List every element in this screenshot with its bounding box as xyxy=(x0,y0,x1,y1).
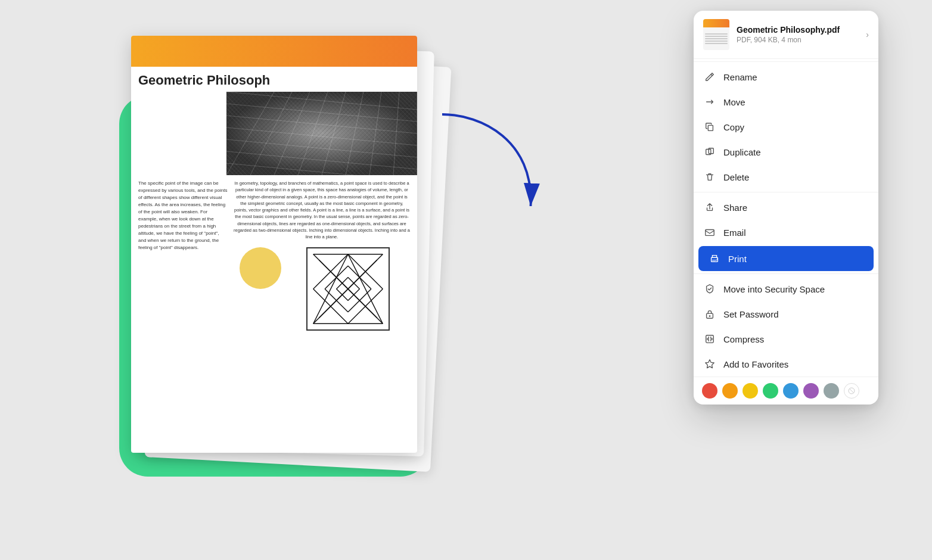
svg-line-49 xyxy=(849,388,854,393)
ctx-item-label-security: Move into Security Space xyxy=(723,284,869,294)
ctx-colors-row xyxy=(694,377,878,405)
ctx-item-label-favorites: Add to Favorites xyxy=(723,359,869,369)
share-icon xyxy=(703,201,716,214)
svg-line-5 xyxy=(322,92,346,175)
ctx-menu-item-email[interactable]: Email xyxy=(694,220,878,245)
ctx-menu-item-security[interactable]: Move into Security Space xyxy=(694,276,878,301)
star-icon xyxy=(703,357,716,371)
ctx-item-label-share: Share xyxy=(723,203,869,213)
doc-right-text: In geometry, topology, and branches of m… xyxy=(234,180,410,240)
svg-line-7 xyxy=(369,92,381,175)
svg-rect-43 xyxy=(712,257,718,262)
ctx-item-label-password: Set Password xyxy=(723,309,869,319)
ctx-thumb-line xyxy=(705,43,728,44)
ctx-item-label-duplicate: Duplicate xyxy=(723,147,869,157)
color-dot-yellow[interactable] xyxy=(743,383,758,399)
svg-line-16 xyxy=(226,163,417,175)
doc-left-column: The specific point of the image can be e… xyxy=(138,180,228,335)
svg-line-3 xyxy=(274,92,310,175)
ctx-file-thumbnail xyxy=(703,19,729,50)
svg-line-10 xyxy=(226,92,417,110)
ctx-thumb-line xyxy=(705,33,728,35)
ctx-divider-1 xyxy=(694,61,878,62)
ctx-item-label-delete: Delete xyxy=(723,172,869,182)
move-icon xyxy=(703,95,716,108)
doc-drawing-box xyxy=(306,247,390,331)
svg-line-14 xyxy=(226,139,417,157)
ctx-item-label-print: Print xyxy=(728,254,864,264)
document-stack: Geometric Philosoph xyxy=(119,24,512,500)
ctx-item-label-compress: Compress xyxy=(723,334,869,344)
color-dot-green[interactable] xyxy=(763,383,778,399)
color-dot-orange[interactable] xyxy=(722,383,738,399)
doc-yellow-circle xyxy=(240,247,281,289)
ctx-divider-2 xyxy=(694,192,878,192)
ctx-file-meta: PDF, 904 KB, 4 mon xyxy=(737,36,859,44)
ctx-divider-3 xyxy=(694,273,878,274)
doc-header-bar xyxy=(131,36,417,67)
color-dot-red[interactable] xyxy=(702,383,717,399)
pencil-icon xyxy=(703,70,716,83)
ctx-menu-item-rename[interactable]: Rename xyxy=(694,64,878,89)
svg-rect-0 xyxy=(226,92,417,175)
svg-line-8 xyxy=(393,92,399,175)
lock-icon xyxy=(703,307,716,321)
svg-point-44 xyxy=(717,259,718,260)
doc-right-column: In geometry, topology, and branches of m… xyxy=(234,180,410,335)
svg-rect-42 xyxy=(706,230,714,236)
svg-line-15 xyxy=(226,151,417,169)
print-icon xyxy=(708,252,721,265)
ctx-menu-item-favorites[interactable]: Add to Favorites xyxy=(694,351,878,377)
ctx-thumb-line xyxy=(705,36,728,37)
svg-line-2 xyxy=(250,92,292,175)
ctx-item-label-move: Move xyxy=(723,97,869,107)
ctx-file-info: Geometric Philosophy.pdf PDF, 904 KB, 4 … xyxy=(737,25,859,44)
svg-line-6 xyxy=(346,92,364,175)
color-dot-purple[interactable] xyxy=(803,383,819,399)
ctx-menu-item-password[interactable]: Set Password xyxy=(694,301,878,326)
svg-rect-39 xyxy=(708,125,713,130)
ctx-thumb-line xyxy=(705,38,728,39)
doc-title: Geometric Philosoph xyxy=(131,67,417,92)
color-dot-blue[interactable] xyxy=(783,383,799,399)
duplicate-icon xyxy=(703,145,716,158)
svg-line-11 xyxy=(226,104,417,122)
trash-icon xyxy=(703,170,716,183)
ctx-thumb-top xyxy=(703,19,729,27)
color-dot-none[interactable] xyxy=(844,383,859,399)
context-menu: Geometric Philosophy.pdf PDF, 904 KB, 4 … xyxy=(694,11,878,405)
email-icon xyxy=(703,226,716,239)
doc-top-image xyxy=(226,92,417,175)
svg-rect-47 xyxy=(706,335,714,343)
svg-line-13 xyxy=(226,127,417,145)
ctx-menu-item-compress[interactable]: Compress xyxy=(694,326,878,351)
svg-point-46 xyxy=(709,315,711,317)
ctx-item-label-rename: Rename xyxy=(723,72,869,82)
ctx-thumb-line xyxy=(705,41,728,42)
ctx-menu-item-copy[interactable]: Copy xyxy=(694,114,878,139)
ctx-file-header[interactable]: Geometric Philosophy.pdf PDF, 904 KB, 4 … xyxy=(694,11,878,59)
chevron-right-icon: › xyxy=(866,30,869,39)
ctx-menu-item-duplicate[interactable]: Duplicate xyxy=(694,139,878,164)
compress-icon xyxy=(703,332,716,346)
doc-body: The specific point of the image can be e… xyxy=(131,175,417,340)
ctx-menu-item-delete[interactable]: Delete xyxy=(694,164,878,189)
color-dot-gray[interactable] xyxy=(824,383,839,399)
copy-icon xyxy=(703,120,716,133)
ctx-menu-item-share[interactable]: Share xyxy=(694,195,878,220)
ctx-item-label-copy: Copy xyxy=(723,122,869,132)
svg-line-1 xyxy=(226,92,274,175)
ctx-file-name: Geometric Philosophy.pdf xyxy=(737,25,859,35)
svg-line-4 xyxy=(298,92,328,175)
doc-left-text: The specific point of the image can be e… xyxy=(138,180,228,251)
ctx-thumb-lines xyxy=(703,27,729,50)
ctx-menu-item-print[interactable]: Print xyxy=(698,246,874,271)
shield-icon xyxy=(703,282,716,295)
ctx-menu-item-move[interactable]: Move xyxy=(694,89,878,114)
document-main-page: Geometric Philosoph xyxy=(131,36,417,453)
svg-line-12 xyxy=(226,116,417,133)
ctx-item-label-email: Email xyxy=(723,228,869,238)
